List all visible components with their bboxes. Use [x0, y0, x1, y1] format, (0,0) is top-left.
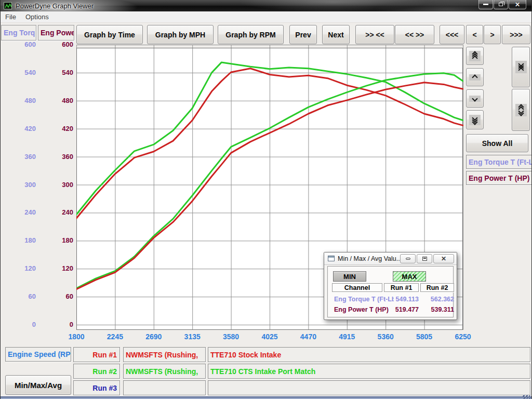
toolbar-button-[interactable]: < — [466, 25, 483, 44]
toolbar-button-prev[interactable]: Prev — [289, 25, 317, 44]
x-tick-2245: 2245 — [99, 332, 130, 341]
y-tick-power-540: 540 — [50, 69, 73, 77]
run-operator-field-3[interactable] — [123, 380, 206, 395]
toolbar-button-graph-by-time[interactable]: Graph by Time — [76, 25, 143, 44]
toolbar-button-next[interactable]: Next — [322, 25, 350, 44]
menu-file[interactable]: File — [1, 13, 21, 21]
chevron-stack-icon — [469, 51, 481, 61]
close-icon: ✕ — [515, 2, 520, 8]
minimize-icon — [483, 4, 488, 5]
menu-options[interactable]: Options — [21, 13, 54, 21]
title-bar: PowerDyne Graph Viewer ✕ — [1, 0, 532, 11]
x-channel-field: Engine Speed (RPM) — [5, 347, 71, 362]
y-tick-power-600: 600 — [50, 41, 73, 49]
x-tick-3135: 3135 — [177, 332, 208, 341]
chevron-stack-icon — [515, 61, 527, 73]
run-label-3: Run #3 — [73, 380, 120, 395]
min-max-avg-button[interactable]: Min/Max/Avg — [5, 375, 71, 395]
column-header-channel[interactable]: Channel — [332, 283, 382, 292]
y-tick-torque-480: 480 — [13, 97, 36, 105]
minmax-minimize-button[interactable] — [400, 254, 416, 263]
chevron-down-icon — [472, 96, 477, 101]
x-tick-2690: 2690 — [138, 332, 169, 341]
toolbar-button-[interactable]: >>> — [502, 25, 530, 44]
minmax-value-run1: 519.477 — [384, 306, 419, 313]
app-icon — [4, 2, 12, 9]
zoom-in-vertical-button[interactable] — [512, 47, 530, 87]
resize-grip[interactable] — [523, 395, 530, 399]
column-header-run1[interactable]: Run #1 — [384, 283, 419, 292]
window-bottom-border — [1, 396, 532, 399]
run-operator-field-1[interactable]: NWMSFTS (Rushing, — [123, 347, 206, 362]
zoom-out-vertical-button[interactable] — [512, 89, 530, 131]
minmax-close-button[interactable]: ✕ — [433, 254, 454, 263]
y-tick-torque-180: 180 — [13, 236, 36, 245]
toolbar-button-graph-by-rpm[interactable]: Graph by RPM — [218, 25, 284, 44]
run-operator-field-2[interactable]: NWMSFTS (Rushing, — [123, 364, 206, 379]
restore-button[interactable] — [494, 0, 508, 9]
y-tick-power-120: 120 — [50, 264, 73, 273]
x-tick-6250: 6250 — [447, 332, 478, 341]
y-tick-torque-360: 360 — [13, 153, 36, 161]
max-toggle-button[interactable]: MAX — [393, 271, 426, 282]
x-tick-5360: 5360 — [370, 332, 401, 341]
x-tick-5805: 5805 — [409, 332, 440, 341]
run-comment-field-1[interactable]: TTE710 Stock Intake — [208, 347, 530, 362]
close-button[interactable]: ✕ — [509, 0, 526, 9]
run-comment-field-3[interactable] — [208, 380, 530, 395]
x-tick-4470: 4470 — [292, 332, 324, 341]
y-tick-torque-240: 240 — [13, 208, 36, 217]
power-channel-label[interactable]: Eng Power T (HP) — [466, 171, 532, 185]
y-tick-torque-120: 120 — [13, 264, 36, 273]
run-comment-field-2[interactable]: TTE710 CTS Intake Port Match — [208, 364, 530, 379]
chevron-stack-icon — [515, 104, 527, 116]
x-tick-3580: 3580 — [216, 332, 247, 341]
minmax-window-title: Min / Max / Avg Valu... — [338, 255, 402, 262]
minmax-value-run2: 539.311 — [420, 306, 454, 313]
show-all-button[interactable]: Show All — [466, 134, 528, 152]
y-tick-power-0: 0 — [50, 321, 73, 329]
minmax-window-titlebar[interactable]: Min / Max / Avg Valu... ✕ — [324, 252, 457, 265]
minmax-value-run2: 562.362 — [420, 296, 454, 303]
tab-eng-torque[interactable]: Eng Torq — [1, 25, 36, 41]
chevron-stack-icon — [469, 115, 481, 125]
minmax-maximize-button[interactable] — [417, 254, 432, 263]
y-tick-torque-420: 420 — [13, 125, 36, 133]
y-tick-power-240: 240 — [50, 208, 73, 217]
column-header-run2[interactable]: Run #2 — [420, 283, 454, 292]
y-tick-torque-60: 60 — [13, 292, 36, 301]
toolbar-button-graph-by-mph[interactable]: Graph by MPH — [147, 25, 214, 44]
chevron-up-icon — [472, 74, 477, 80]
chevron-stack-icon — [469, 74, 481, 81]
close-icon: ✕ — [441, 256, 446, 262]
scale-down-fast-button[interactable] — [466, 110, 484, 129]
toolbar-button-[interactable]: <<< — [440, 25, 464, 44]
tab-eng-power[interactable]: Eng Power T (HP) — [38, 25, 74, 41]
minmax-window[interactable]: Min / Max / Avg Valu... ✕ MIN MAX Channe… — [324, 252, 457, 320]
minimize-button[interactable] — [478, 0, 493, 9]
y-tick-power-480: 480 — [50, 97, 73, 105]
min-toggle-button[interactable]: MIN — [333, 271, 366, 282]
scale-down-button[interactable] — [466, 89, 484, 108]
x-tick-4915: 4915 — [331, 332, 363, 341]
toolbar-button-[interactable]: >> << — [355, 25, 394, 44]
minmax-window-icon — [328, 256, 335, 261]
window-title: PowerDyne Graph Viewer — [16, 2, 94, 10]
torque-channel-label[interactable]: Eng Torque T (Ft-Lbs) — [466, 155, 532, 169]
y-tick-torque-300: 300 — [13, 181, 36, 189]
minmax-value-run1: 549.113 — [384, 296, 419, 303]
minmax-window-body: MIN MAX Channel Run #1 Run #2 Eng Torque… — [327, 266, 454, 317]
chevron-stack-icon — [469, 96, 481, 102]
maximize-icon — [422, 257, 427, 261]
toolbar-button-[interactable]: << >> — [395, 25, 434, 44]
scale-up-fast-button[interactable] — [466, 47, 484, 65]
y-tick-power-300: 300 — [50, 181, 73, 189]
minmax-table-row: Eng Power T (HP)519.477539.311 — [328, 306, 453, 314]
y-tick-power-360: 360 — [50, 153, 73, 161]
menu-bar: File Options — [1, 11, 532, 23]
y-tick-power-180: 180 — [50, 236, 73, 245]
toolbar-button-[interactable]: > — [484, 25, 501, 44]
run-label-1: Run #1 — [73, 347, 120, 362]
minmax-table-row: Eng Torque T (Ft-Lbs)549.113562.362 — [328, 296, 453, 304]
scale-up-button[interactable] — [466, 68, 484, 86]
